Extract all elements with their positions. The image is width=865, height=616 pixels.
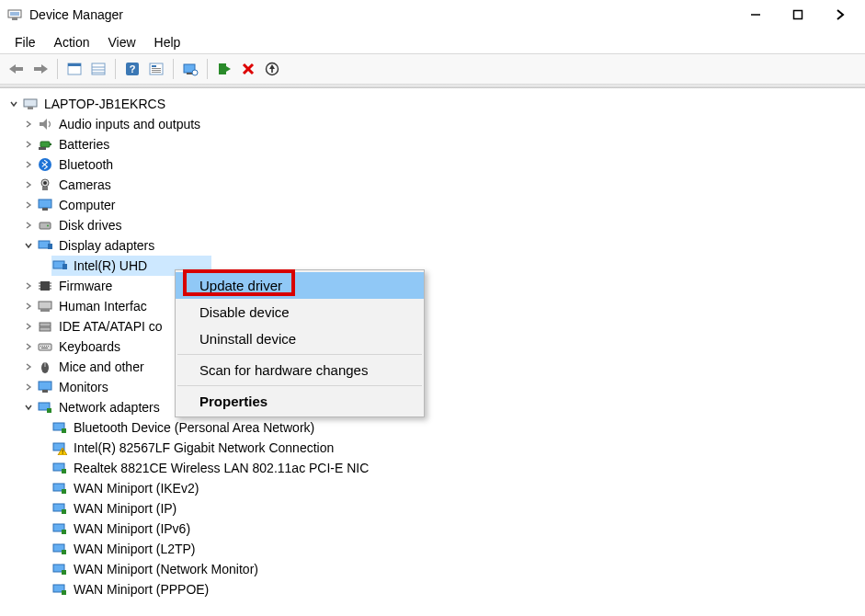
maximize-button[interactable]	[777, 0, 819, 29]
chevron-right-icon[interactable]	[22, 300, 35, 313]
svg-rect-54	[39, 302, 51, 309]
back-button[interactable]	[6, 58, 28, 80]
chevron-right-icon[interactable]	[22, 178, 35, 191]
menu-help[interactable]: Help	[147, 33, 188, 51]
category-label: Monitors	[59, 377, 108, 397]
update-driver-button[interactable]	[261, 58, 283, 80]
device-intel-uhd[interactable]: Intel(R) UHD	[7, 256, 858, 276]
category-batteries[interactable]: Batteries	[7, 134, 858, 154]
tree-root[interactable]: LAPTOP-JB1EKRCS	[7, 94, 858, 114]
next-button[interactable]	[819, 0, 861, 29]
minimize-button[interactable]	[734, 0, 777, 29]
uninstall-button[interactable]	[237, 58, 259, 80]
chevron-down-icon[interactable]	[7, 97, 20, 110]
chevron-right-icon[interactable]	[22, 340, 35, 353]
chevron-right-icon[interactable]	[22, 360, 35, 373]
svg-rect-55	[40, 309, 50, 312]
context-uninstall-device[interactable]: Uninstall device	[176, 325, 424, 352]
category-label: Network adapters	[59, 397, 160, 417]
chevron-right-icon[interactable]	[22, 158, 35, 171]
devices-by-type-button[interactable]	[87, 58, 109, 80]
category-bluetooth[interactable]: Bluetooth	[7, 154, 858, 175]
category-network[interactable]: Network adapters	[7, 397, 858, 417]
category-label: Display adapters	[59, 235, 154, 256]
bluetooth-icon	[37, 156, 53, 173]
chevron-down-icon[interactable]	[22, 401, 35, 414]
network-adapter-icon	[51, 561, 68, 577]
category-label: Disk drives	[59, 215, 121, 235]
device-tree[interactable]: LAPTOP-JB1EKRCS Audio inputs and outputs…	[0, 88, 865, 616]
category-monitors[interactable]: Monitors	[7, 377, 858, 397]
category-hid[interactable]: Human Interfac	[7, 296, 858, 316]
chevron-right-icon[interactable]	[22, 320, 35, 333]
device-wan-ipv6[interactable]: WAN Miniport (IPv6)	[7, 519, 858, 539]
category-label: Cameras	[59, 175, 111, 195]
device-realtek-wifi[interactable]: Realtek 8821CE Wireless LAN 802.11ac PCI…	[7, 458, 858, 478]
svg-rect-30	[28, 107, 33, 109]
speaker-icon	[37, 116, 53, 132]
menu-view[interactable]: View	[100, 33, 142, 51]
device-label: WAN Miniport (Network Monitor)	[74, 559, 258, 579]
svg-rect-17	[152, 68, 161, 69]
category-label: Mice and other	[59, 357, 144, 377]
svg-rect-70	[47, 408, 51, 413]
category-audio[interactable]: Audio inputs and outputs	[7, 114, 858, 134]
svg-rect-23	[219, 63, 226, 74]
svg-rect-85	[62, 550, 66, 554]
context-scan-hardware[interactable]: Scan for hardware changes	[176, 357, 424, 383]
svg-marker-6	[34, 64, 48, 74]
category-display[interactable]: Display adapters	[7, 235, 858, 256]
category-computer[interactable]: Computer	[7, 195, 858, 215]
category-label: Computer	[59, 195, 115, 215]
category-label: Keyboards	[59, 337, 120, 357]
svg-rect-2	[12, 17, 17, 20]
properties-button[interactable]	[145, 58, 167, 80]
menu-action[interactable]: Action	[47, 33, 97, 51]
svg-rect-58	[39, 344, 51, 350]
svg-rect-21	[187, 73, 192, 74]
display-adapter-icon	[37, 237, 53, 254]
disk-icon	[37, 217, 53, 234]
device-wan-pppoe[interactable]: WAN Miniport (PPPOE)	[7, 579, 858, 599]
scan-button[interactable]	[179, 58, 201, 80]
device-wan-ikev2[interactable]: WAN Miniport (IKEv2)	[7, 478, 858, 498]
device-bt-pan[interactable]: Bluetooth Device (Personal Area Network)	[7, 417, 858, 438]
device-wan-netmon[interactable]: WAN Miniport (Network Monitor)	[7, 559, 858, 579]
context-disable-device[interactable]: Disable device	[176, 299, 424, 325]
device-wan-ip[interactable]: WAN Miniport (IP)	[7, 498, 858, 519]
enable-button[interactable]	[213, 58, 235, 80]
svg-rect-18	[152, 70, 161, 71]
chevron-right-icon[interactable]	[22, 279, 35, 292]
show-hidden-button[interactable]	[63, 58, 85, 80]
device-wan-l2tp[interactable]: WAN Miniport (L2TP)	[7, 539, 858, 559]
context-properties[interactable]: Properties	[176, 388, 424, 415]
chevron-right-icon[interactable]	[22, 381, 35, 394]
category-mice[interactable]: Mice and other	[7, 357, 858, 377]
network-adapter-warning-icon: !	[51, 439, 68, 456]
svg-rect-32	[40, 142, 50, 147]
menu-file[interactable]: File	[7, 33, 43, 51]
chevron-down-icon[interactable]	[22, 239, 35, 252]
svg-rect-4	[794, 11, 802, 19]
chevron-right-icon[interactable]	[22, 138, 35, 151]
category-keyboards[interactable]: Keyboards	[7, 337, 858, 357]
svg-text:?: ?	[130, 63, 136, 74]
device-label: WAN Miniport (PPPOE)	[74, 579, 209, 599]
chevron-right-icon[interactable]	[22, 219, 35, 232]
context-update-driver[interactable]: Update driver	[176, 272, 424, 299]
category-disk[interactable]: Disk drives	[7, 215, 858, 235]
svg-rect-62	[46, 346, 47, 347]
toolbar-separator	[173, 59, 174, 79]
chevron-right-icon[interactable]	[22, 199, 35, 211]
chevron-right-icon[interactable]	[22, 118, 35, 131]
forward-button[interactable]	[29, 58, 51, 80]
category-ide[interactable]: IDE ATA/ATAPI co	[7, 316, 858, 337]
category-label: IDE ATA/ATAPI co	[59, 316, 163, 337]
device-intel-nic[interactable]: ! Intel(R) 82567LF Gigabit Network Conne…	[7, 438, 858, 458]
app-icon	[7, 7, 22, 22]
category-label: Audio inputs and outputs	[59, 114, 200, 134]
category-firmware[interactable]: Firmware	[7, 276, 858, 296]
category-cameras[interactable]: Cameras	[7, 175, 858, 195]
category-label: Firmware	[59, 276, 112, 296]
help-button[interactable]: ?	[121, 58, 143, 80]
